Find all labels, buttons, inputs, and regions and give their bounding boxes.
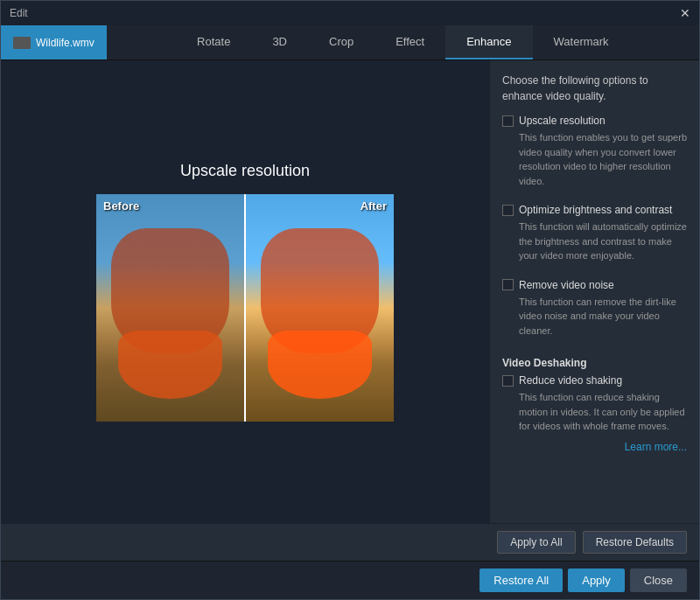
tab-effect[interactable]: Effect xyxy=(374,25,445,59)
deshaking-title: Video Deshaking xyxy=(502,357,687,369)
tabs-container: Rotate 3D Crop Effect Enhance Watermark xyxy=(107,25,699,59)
apply-button[interactable]: Apply xyxy=(568,569,625,592)
file-tab-label: Wildlife.wmv xyxy=(36,37,94,49)
optimize-checkbox[interactable] xyxy=(502,205,514,216)
bottom-apply-bar: Apply to All Restore Defaults xyxy=(1,523,699,561)
noise-description: This function can remove the dirt-like v… xyxy=(502,295,687,338)
main-content: Upscale resolution Before After Choose t… xyxy=(1,60,699,523)
file-tab-icon xyxy=(13,37,31,49)
title-bar: Edit ✕ xyxy=(1,1,699,25)
option-upscale: Upscale resolution This function enables… xyxy=(502,115,687,195)
upscale-checkbox-label[interactable]: Upscale resolution xyxy=(502,115,687,127)
optimize-description: This function will automatically optimiz… xyxy=(502,220,687,263)
restore-all-button[interactable]: Restore All xyxy=(480,569,563,592)
upscale-description: This function enables you to get superb … xyxy=(502,130,687,188)
apply-to-all-button[interactable]: Apply to All xyxy=(497,531,575,554)
panel-intro: Choose the following options to enhance … xyxy=(502,73,687,104)
before-panel: Before xyxy=(96,194,246,422)
tab-bar: Wildlife.wmv Rotate 3D Crop Effect Enhan… xyxy=(1,25,699,60)
before-after-container: Before After xyxy=(96,194,394,422)
tab-rotate[interactable]: Rotate xyxy=(176,25,251,59)
tab-3d[interactable]: 3D xyxy=(251,25,308,59)
tab-crop[interactable]: Crop xyxy=(308,25,374,59)
upscale-checkbox[interactable] xyxy=(502,115,514,127)
deshaking-checkbox[interactable] xyxy=(502,375,514,387)
window-title: Edit xyxy=(10,7,28,19)
before-image xyxy=(96,194,244,422)
noise-checkbox-label[interactable]: Remove video noise xyxy=(502,279,687,291)
tab-enhance[interactable]: Enhance xyxy=(445,25,532,59)
main-window: Edit ✕ Wildlife.wmv Rotate 3D Crop Effec… xyxy=(0,0,700,600)
window-close-button[interactable]: ✕ xyxy=(680,6,690,20)
before-label: Before xyxy=(103,199,139,213)
close-button[interactable]: Close xyxy=(630,569,687,592)
optimize-checkbox-label[interactable]: Optimize brightness and contrast xyxy=(502,204,687,216)
right-panel: Choose the following options to enhance … xyxy=(489,60,699,523)
deshaking-description: This function can reduce shaking motion … xyxy=(502,390,687,434)
after-image xyxy=(246,194,394,422)
deshaking-checkbox-label[interactable]: Reduce video shaking xyxy=(502,374,687,387)
after-panel: After xyxy=(246,194,394,422)
option-noise: Remove video noise This function can rem… xyxy=(502,279,687,345)
noise-checkbox[interactable] xyxy=(502,279,514,290)
learn-more-link[interactable]: Learn more... xyxy=(502,441,687,453)
tab-watermark[interactable]: Watermark xyxy=(533,25,630,59)
after-label: After xyxy=(360,199,387,213)
deshaking-section: Video Deshaking Reduce video shaking Thi… xyxy=(502,353,687,453)
restore-defaults-button[interactable]: Restore Defaults xyxy=(583,531,687,554)
bottom-bar: Restore All Apply Close xyxy=(1,561,699,599)
preview-area: Upscale resolution Before After xyxy=(1,60,489,523)
option-optimize: Optimize brightness and contrast This fu… xyxy=(502,204,687,270)
preview-title: Upscale resolution xyxy=(180,162,310,180)
file-tab[interactable]: Wildlife.wmv xyxy=(1,25,107,59)
